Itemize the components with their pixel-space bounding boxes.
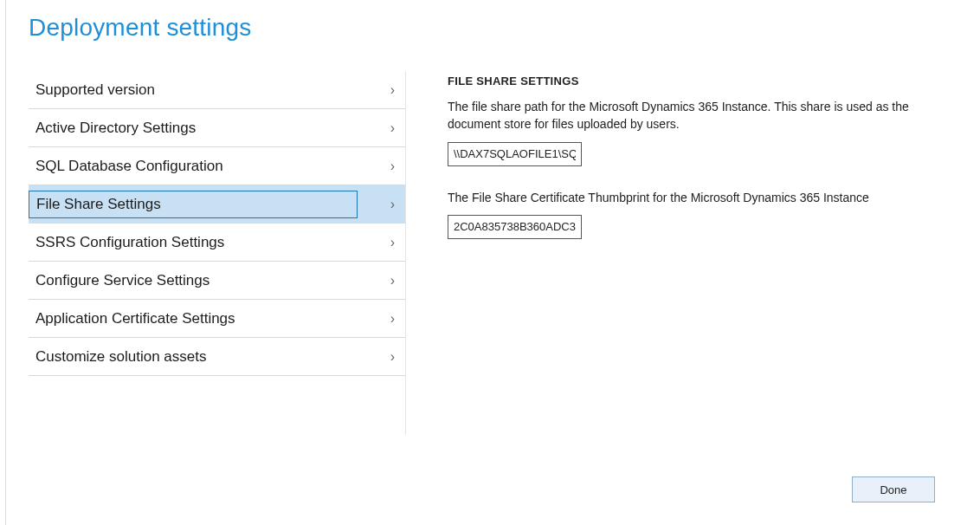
chevron-right-icon: › [390,159,395,174]
nav-label: File Share Settings [36,196,161,213]
nav-label: Customize solution assets [35,348,206,366]
chevron-right-icon: › [390,273,395,288]
nav-item-ssrs[interactable]: SSRS Configuration Settings › [29,224,405,262]
nav-label: Active Directory Settings [35,120,196,137]
chevron-right-icon: › [390,120,395,136]
cert-thumbprint-description: The File Share Certificate Thumbprint fo… [448,189,932,206]
nav-label: Application Certificate Settings [35,310,235,327]
nav-item-sql-database[interactable]: SQL Database Configuration › [29,147,405,185]
page-title: Deployment settings [29,14,954,42]
chevron-right-icon: › [390,349,395,365]
nav-label: SQL Database Configuration [35,158,223,175]
chevron-right-icon: › [390,197,395,212]
file-share-path-input[interactable] [448,142,582,166]
settings-nav: Supported version › Active Directory Set… [29,71,406,435]
nav-item-app-cert[interactable]: Application Certificate Settings › [29,300,405,338]
cert-thumbprint-input[interactable] [448,215,582,239]
chevron-right-icon: › [390,235,395,250]
file-share-path-description: The file share path for the Microsoft Dy… [448,98,932,133]
chevron-right-icon: › [390,311,395,327]
detail-panel: FILE SHARE SETTINGS The file share path … [406,71,954,435]
nav-item-customize-solution[interactable]: Customize solution assets › [29,338,405,376]
nav-label: Supported version [35,81,155,99]
nav-label: SSRS Configuration Settings [35,234,224,251]
nav-item-file-share[interactable]: File Share Settings › [29,185,405,224]
nav-item-configure-service[interactable]: Configure Service Settings › [29,262,405,300]
nav-item-active-directory[interactable]: Active Directory Settings › [29,109,405,147]
done-button[interactable]: Done [852,476,935,502]
nav-label: Configure Service Settings [35,272,210,289]
panel-heading: FILE SHARE SETTINGS [448,75,954,88]
chevron-right-icon: › [390,82,395,98]
nav-item-supported-version[interactable]: Supported version › [29,71,405,109]
